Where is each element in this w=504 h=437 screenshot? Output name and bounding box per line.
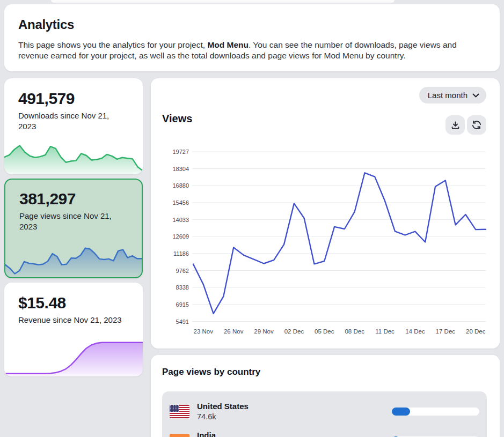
svg-text:8338: 8338	[176, 284, 189, 291]
country-page-views: 74.6k	[197, 412, 249, 421]
svg-text:05 Dec: 05 Dec	[315, 328, 334, 335]
page-views-sparkline	[5, 239, 142, 277]
date-range-dropdown[interactable]: Last month	[419, 87, 486, 103]
svg-text:08 Dec: 08 Dec	[345, 328, 364, 335]
india-flag-icon	[170, 434, 189, 437]
chart-toolbar	[445, 115, 486, 135]
downloads-label: Downloads since Nov 21, 2023	[18, 110, 128, 132]
chevron-down-icon	[472, 93, 479, 98]
page-description-before: This page shows you the analytics for yo…	[18, 40, 207, 49]
page-description: This page shows you the analytics for yo…	[18, 40, 486, 61]
page-views-count: 381,297	[19, 190, 128, 208]
revenue-amount: $15.48	[18, 294, 129, 312]
download-icon	[450, 120, 461, 130]
download-csv-button[interactable]	[445, 115, 465, 135]
us-flag-icon	[170, 405, 189, 418]
svg-text:12609: 12609	[172, 233, 189, 240]
svg-text:14033: 14033	[172, 217, 189, 223]
views-line-chart-svg: 5491691583389762111861260914033154561688…	[159, 138, 492, 343]
svg-text:19727: 19727	[172, 149, 189, 155]
revenue-sparkline	[4, 335, 143, 376]
page-views-by-country-panel: Page views by country United States 74.6…	[151, 355, 500, 437]
svg-text:14 Dec: 14 Dec	[405, 328, 425, 335]
country-section-title: Page views by country	[162, 367, 260, 377]
svg-text:11186: 11186	[173, 250, 189, 257]
svg-text:11 Dec: 11 Dec	[375, 328, 395, 335]
country-list: United States 74.6k India	[162, 391, 487, 437]
svg-text:02 Dec: 02 Dec	[284, 328, 304, 335]
svg-text:20 Dec: 20 Dec	[466, 328, 486, 335]
page-views-label: Page views since Nov 21, 2023	[19, 211, 129, 232]
downloads-sparkline	[4, 139, 143, 174]
svg-text:16880: 16880	[172, 182, 189, 189]
project-name: Mod Menu	[207, 40, 249, 49]
country-name: India	[197, 431, 216, 437]
analytics-header-card: Analytics This page shows you the analyt…	[4, 4, 500, 71]
chart-title: Views	[162, 113, 192, 125]
svg-text:18304: 18304	[172, 166, 189, 172]
downloads-stat-card[interactable]: 491,579 Downloads since Nov 21, 2023	[4, 78, 143, 174]
views-line-chart: 5491691583389762111861260914033154561688…	[159, 138, 492, 343]
cutoff-card-edge	[51, 0, 395, 3]
svg-text:6915: 6915	[176, 301, 189, 308]
page-title: Analytics	[18, 17, 486, 32]
date-range-label: Last month	[428, 91, 468, 100]
refresh-icon	[471, 120, 482, 130]
svg-text:29 Nov: 29 Nov	[254, 328, 274, 335]
svg-text:23 Nov: 23 Nov	[194, 328, 214, 335]
downloads-count: 491,579	[18, 90, 129, 108]
country-name: United States	[197, 402, 249, 411]
svg-text:5491: 5491	[176, 319, 189, 325]
page-views-stat-card-selected[interactable]: 381,297 Page views since Nov 21, 2023	[4, 179, 143, 278]
country-progress-track	[392, 408, 479, 416]
refresh-button[interactable]	[467, 115, 486, 135]
country-progress-fill	[392, 408, 410, 416]
svg-text:26 Nov: 26 Nov	[224, 328, 244, 335]
svg-text:15456: 15456	[172, 199, 189, 206]
views-chart-panel: Last month Views 54916915833897621118612…	[151, 78, 500, 349]
revenue-label: Revenue since Nov 21, 2023	[18, 315, 128, 325]
svg-text:9762: 9762	[176, 268, 189, 274]
svg-text:17 Dec: 17 Dec	[436, 328, 456, 335]
country-row-india: India	[170, 427, 479, 437]
country-row-united-states: United States 74.6k	[170, 398, 479, 424]
revenue-stat-card[interactable]: $15.48 Revenue since Nov 21, 2023	[4, 283, 143, 376]
